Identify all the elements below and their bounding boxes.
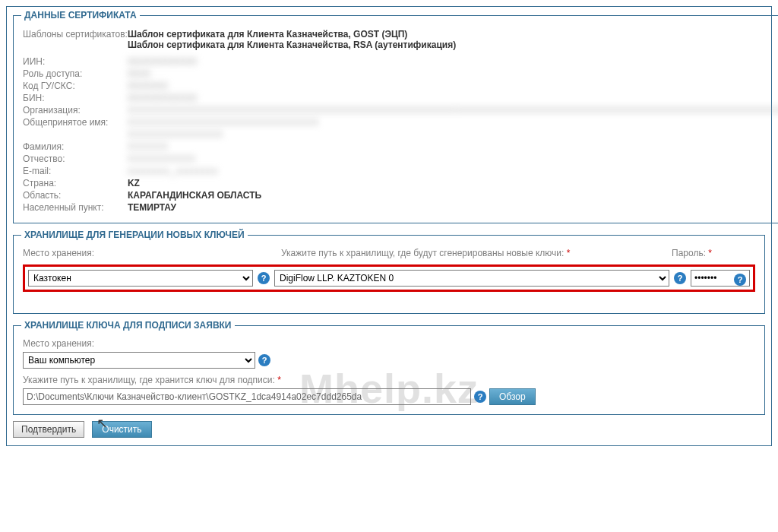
country-value: KZ <box>128 177 778 189</box>
keygen-password-label: Пароль: * <box>672 248 755 258</box>
surname-value: XXXXXX <box>128 141 169 152</box>
region-label: Область: <box>23 189 128 201</box>
signkey-path-input[interactable] <box>23 388 471 405</box>
help-icon[interactable]: ? <box>258 354 270 366</box>
keygen-path-label: Укажите путь к хранилищу, где будут сген… <box>281 248 649 258</box>
keygen-storage-legend: ХРАНИЛИЩЕ ДЛЯ ГЕНЕРАЦИИ НОВЫХ КЛЮЧЕЙ <box>21 230 248 240</box>
keygen-location-select[interactable]: Казтокен <box>28 270 253 287</box>
templates-label: Шаблоны сертификатов: <box>23 28 128 51</box>
browse-button[interactable]: Обзор <box>489 388 536 405</box>
help-icon[interactable]: ? <box>258 272 270 284</box>
certificate-data-table: Шаблоны сертификатов: Шаблон сертификата… <box>23 28 778 214</box>
bin-value: 000000000000 <box>128 93 198 103</box>
country-label: Страна: <box>23 177 128 189</box>
iin-label: ИИН: <box>23 55 128 68</box>
patronymic-label: Отчество: <box>23 153 128 165</box>
template-2: Шаблон сертификата для Клиента Казначейс… <box>128 40 778 50</box>
org-label: Организация: <box>23 104 128 116</box>
certificate-data-fieldset: ДАННЫЕ СЕРТИФИКАТА Шаблоны сертификатов:… <box>13 10 778 223</box>
signkey-location-label: Место хранения: <box>23 338 755 349</box>
signkey-storage-fieldset: ХРАНИЛИЩЕ КЛЮЧА ДЛЯ ПОДПИСИ ЗАЯВКИ Mhelp… <box>13 320 765 415</box>
keygen-highlight-box: Казтокен ? DigiFlow LLP. KAZTOKEN 0 ? <box>23 264 755 292</box>
template-1: Шаблон сертификата для Клиента Казначейс… <box>128 29 778 40</box>
keygen-storage-fieldset: ХРАНИЛИЩЕ ДЛЯ ГЕНЕРАЦИИ НОВЫХ КЛЮЧЕЙ Мес… <box>13 230 765 314</box>
help-icon[interactable]: ? <box>734 274 746 286</box>
confirm-button[interactable]: Подтвердить <box>13 421 84 438</box>
org-value: XXXXXXXXXXXXXXXXXXXXXXXXXXXXXXXXXXXXXXXX… <box>128 105 778 116</box>
cn-value: XXXXXXXXXXXXXXXXXXXXXXXXXXXX <box>128 117 319 128</box>
surname-label: Фамилия: <box>23 141 128 153</box>
signkey-location-select[interactable]: Ваш компьютер <box>23 352 255 369</box>
keygen-path-select[interactable]: DigiFlow LLP. KAZTOKEN 0 <box>274 270 669 287</box>
city-label: Населенный пункт: <box>23 201 128 214</box>
clear-button[interactable]: Очистить <box>92 421 151 438</box>
keygen-location-label: Место хранения: <box>23 248 258 258</box>
gucode-label: Код ГУ/СКС: <box>23 80 128 92</box>
cn-label: Общепринятое имя: <box>23 116 128 128</box>
region-value: КАРАГАНДИНСКАЯ ОБЛАСТЬ <box>128 189 778 201</box>
help-icon[interactable]: ? <box>474 391 486 403</box>
signkey-path-label: Укажите путь к хранилищу, где хранится к… <box>23 375 755 385</box>
help-icon[interactable]: ? <box>674 272 686 284</box>
role-label: Роль доступа: <box>23 68 128 80</box>
email-value: xxxxxxxx_xxxxxxxx <box>128 166 219 176</box>
action-bar: Подтвердить Очистить ↖ <box>13 421 765 438</box>
gucode-value: 0000000 <box>128 81 169 91</box>
signkey-storage-legend: ХРАНИЛИЩЕ КЛЮЧА ДЛЯ ПОДПИСИ ЗАЯВКИ <box>21 320 235 331</box>
certificate-data-legend: ДАННЫЕ СЕРТИФИКАТА <box>21 10 140 21</box>
bin-label: БИН: <box>23 92 128 104</box>
email-label: E-mail: <box>23 165 128 177</box>
cn-value-2: XXXXXXXXXXXXXX <box>128 129 223 140</box>
iin-value: 000000000000 <box>128 56 198 67</box>
role-value: 0000 <box>128 68 151 79</box>
city-value: ТЕМИРТАУ <box>128 201 778 214</box>
patronymic-value: XXXXXXXXXX <box>128 154 196 164</box>
